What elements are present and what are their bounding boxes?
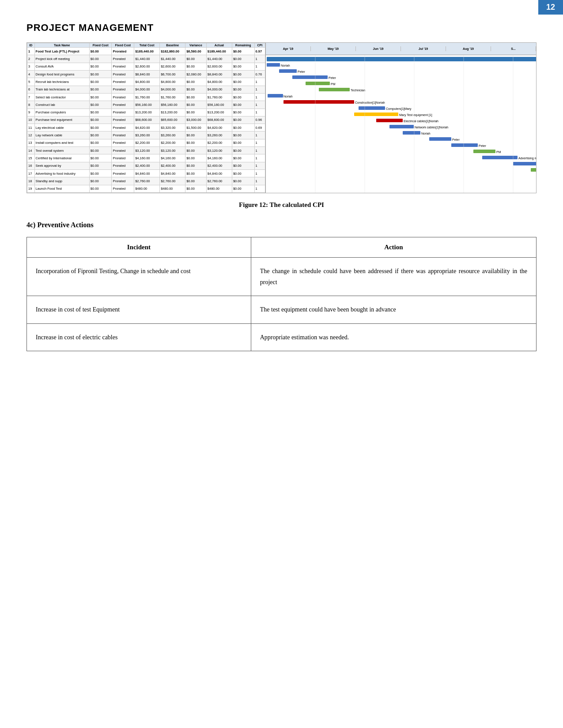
gantt-cell: $2,600.00 — [160, 63, 185, 70]
gantt-cell: $189,440.00 — [134, 48, 160, 55]
gantt-cell: $0.00 — [185, 154, 207, 162]
gantt-cell: $1,440.00 — [160, 55, 185, 63]
gantt-cell: $3,260.00 — [134, 131, 160, 139]
gantt-cell: Prorated — [112, 93, 134, 101]
gantt-cell: $65,600.00 — [160, 116, 185, 124]
gantt-cell: 1 — [254, 109, 265, 116]
gantt-cell: $1,500.00 — [185, 124, 207, 131]
gantt-cell: Prorated — [112, 109, 134, 116]
gantt-cell: 2 — [27, 55, 35, 63]
month-jul: Jul '19 — [401, 46, 446, 51]
gantt-cell: $0.00 — [232, 70, 254, 78]
gantt-cell: 16 — [27, 162, 35, 169]
gantt-cell: $0.00 — [89, 139, 112, 146]
gantt-cell: Prorated — [112, 147, 134, 154]
gantt-cell: $0.00 — [185, 139, 207, 146]
gantt-row: 19Launch Food Test$0.00Prorated$480.00$4… — [27, 185, 265, 192]
gantt-cell: Construct lab — [34, 101, 89, 109]
gantt-cell: Design food test programs — [34, 70, 89, 78]
col-variance: Variance — [185, 43, 207, 48]
gantt-cell: 13 — [27, 139, 35, 146]
gantt-cell: $0.00 — [89, 162, 112, 169]
gantt-cell: $8,840.00 — [206, 70, 232, 78]
gantt-bar-area: Apr '19 May '19 Jun '19 Jul '19 Aug '19 … — [265, 43, 536, 193]
incident-header: Incident — [27, 237, 251, 258]
gantt-cell: Prorated — [112, 162, 134, 169]
gantt-cell: $0.00 — [89, 116, 112, 124]
gantt-cell: $0.00 — [185, 109, 207, 116]
svg-text:Peter: Peter — [452, 138, 460, 141]
gantt-cell: $56,160.00 — [160, 101, 185, 109]
gantt-cell: Lay electrical cable — [34, 124, 89, 131]
month-apr: Apr '19 — [266, 46, 311, 51]
svg-rect-32 — [482, 156, 518, 159]
gantt-cell: $480.00 — [160, 185, 185, 192]
table-row: Increase in cost of electric cablesAppro… — [27, 323, 537, 351]
gantt-cell: $0.00 — [232, 147, 254, 154]
gantt-cell: $0.00 — [232, 93, 254, 101]
gantt-cell: $3,260.00 — [206, 131, 232, 139]
gantt-cell: $0.00 — [232, 185, 254, 192]
gantt-cell: 9 — [27, 109, 35, 116]
gantt-cell: $0.00 — [232, 131, 254, 139]
gantt-cell: $0.00 — [232, 162, 254, 169]
gantt-row: 11Lay electrical cable$0.00Prorated$4,82… — [27, 124, 265, 131]
gantt-row: 16Seek approval by$0.00Prorated$2,400.00… — [27, 162, 265, 169]
gantt-cell: $6,700.00 — [160, 70, 185, 78]
gantt-cell: Prorated — [112, 154, 134, 162]
svg-rect-14 — [283, 100, 354, 104]
gantt-cell: 1 — [27, 48, 35, 55]
table-row: Incorporation of Fipronil Testing, Chang… — [27, 258, 537, 296]
svg-rect-2 — [267, 63, 280, 67]
gantt-cell: 1 — [254, 55, 265, 63]
svg-text:Peter: Peter — [479, 144, 486, 147]
gantt-cell: $1,440.00 — [206, 55, 232, 63]
gantt-row: 4Design food test programs$0.00Prorated$… — [27, 70, 265, 78]
gantt-chart: ID Task Name Fixed Cost Fixed Cost Total… — [26, 42, 537, 193]
gantt-cell: Prorated — [112, 55, 134, 63]
gantt-cell: $0.00 — [232, 63, 254, 70]
gantt-cell: $6,580.00 — [185, 48, 207, 55]
col-id: ID — [27, 43, 35, 48]
gantt-cell: Project kick off meeting — [34, 55, 89, 63]
gantt-cell: Prorated — [112, 70, 134, 78]
gantt-cell: $2,400.00 — [134, 162, 160, 169]
gantt-cell: Prorated — [112, 78, 134, 86]
gantt-cell: $0.00 — [232, 116, 254, 124]
gantt-cell: $189,440.00 — [206, 48, 232, 55]
gantt-cell: $4,000.00 — [134, 86, 160, 93]
action-cell: The change in schedule could have been a… — [251, 258, 536, 296]
gantt-cell: 1 — [254, 154, 265, 162]
svg-text:Mary Test equipment [1]: Mary Test equipment [1] — [399, 113, 432, 117]
gantt-data-table: ID Task Name Fixed Cost Fixed Cost Total… — [27, 43, 265, 193]
gantt-cell: $0.00 — [89, 124, 112, 131]
gantt-cell: Purchase test equipment — [34, 116, 89, 124]
col-fixedtype: Fixed Cost — [112, 43, 134, 48]
gantt-cell: 1 — [254, 170, 265, 177]
gantt-cell: 19 — [27, 185, 35, 192]
gantt-cell: $3,000.00 — [185, 116, 207, 124]
gantt-cell: $4,000.00 — [160, 86, 185, 93]
gantt-cell: Test overall system — [34, 147, 89, 154]
month-may: May '19 — [311, 46, 356, 51]
gantt-cell: $0.00 — [89, 86, 112, 93]
action-header: Action — [251, 237, 536, 258]
gantt-cell: 18 — [27, 177, 35, 185]
incident-cell: Increase in cost of electric cables — [27, 323, 251, 351]
col-remaining: Remaining — [232, 43, 254, 48]
gantt-cell: Lay network cable — [34, 131, 89, 139]
gantt-cell: $1,760.00 — [206, 93, 232, 101]
gantt-cell: $0.00 — [232, 78, 254, 86]
gantt-cell: Prorated — [112, 139, 134, 146]
page-title: PROJECT MANAGEMENT — [26, 22, 537, 34]
page-number: 12 — [538, 0, 563, 15]
gantt-cell: Prorated — [112, 116, 134, 124]
gantt-cell: $2,600.00 — [206, 63, 232, 70]
gantt-cell: $3,120.00 — [134, 147, 160, 154]
gantt-cell: Prorated — [112, 185, 134, 192]
gantt-cell: $480.00 — [134, 185, 160, 192]
gantt-cell: $0.00 — [89, 131, 112, 139]
gantt-cell: 15 — [27, 154, 35, 162]
gantt-cell: $2,760.00 — [206, 177, 232, 185]
svg-rect-10 — [319, 88, 350, 91]
